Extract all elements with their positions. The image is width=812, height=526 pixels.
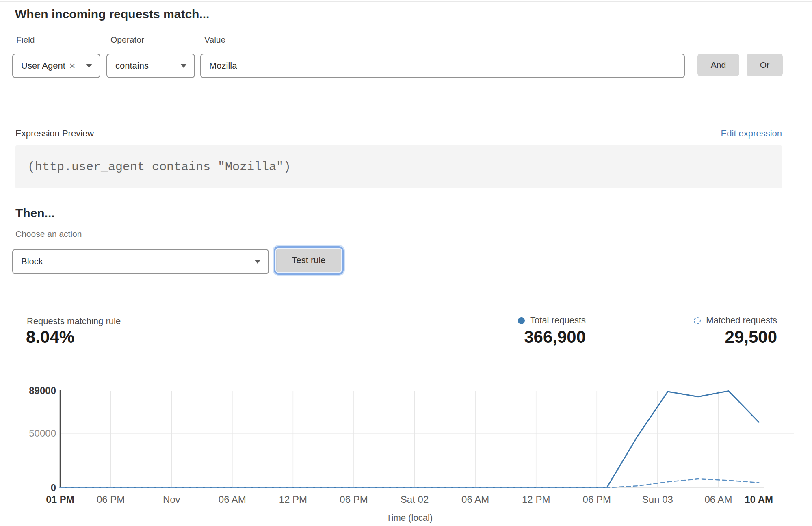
matched-requests-legend: Matched requests (694, 315, 777, 326)
matched-requests-label: Matched requests (706, 315, 777, 326)
clear-field-icon[interactable]: × (69, 61, 75, 71)
chevron-down-icon (254, 260, 261, 264)
y-tick-label: 0 (51, 482, 56, 493)
matched-requests-value: 29,500 (725, 327, 777, 347)
field-select[interactable]: User Agent × (12, 54, 100, 78)
operator-select[interactable]: contains (106, 54, 195, 78)
x-tick-label: 10 AM (745, 494, 773, 505)
x-tick-label: 06 AM (704, 494, 732, 505)
value-label: Value (204, 35, 225, 45)
total-requests-label: Total requests (530, 315, 586, 326)
x-tick-label: Sun 03 (642, 494, 673, 505)
operator-select-value: contains (115, 61, 149, 71)
field-select-value: User Agent (21, 61, 65, 71)
x-tick-label: 06 AM (219, 494, 246, 505)
x-tick-label: 06 PM (583, 494, 611, 505)
requests-time-series-chart: 8900050000001 PM06 PMNov06 AM12 PM06 PMS… (0, 382, 812, 526)
then-title: Then... (15, 206, 55, 220)
expression-code: (http.user_agent contains "Mozilla") (15, 160, 291, 174)
page-title: When incoming requests match... (15, 7, 209, 21)
chevron-down-icon (180, 64, 187, 68)
top-divider (0, 1, 812, 2)
solid-dot-icon (518, 317, 525, 324)
edit-expression-link[interactable]: Edit expression (721, 128, 782, 139)
value-input-text: Mozilla (209, 61, 237, 71)
total-requests-value: 366,900 (524, 327, 586, 347)
x-tick-label: 06 AM (461, 494, 489, 505)
matching-rule-label: Requests matching rule (27, 316, 121, 327)
x-tick-label: 01 PM (46, 494, 74, 505)
operator-label: Operator (110, 35, 144, 45)
or-button[interactable]: Or (747, 54, 783, 76)
y-tick-label: 50000 (29, 428, 56, 439)
y-tick-label: 89000 (29, 385, 56, 396)
and-button[interactable]: And (697, 54, 739, 76)
test-rule-button[interactable]: Test rule (276, 249, 341, 272)
x-tick-label: Nov (163, 494, 180, 505)
total-requests-line (60, 391, 759, 487)
total-requests-legend: Total requests (518, 315, 586, 326)
x-axis-title: Time (local) (386, 513, 433, 523)
dashed-circle-icon (694, 317, 701, 324)
matched-requests-line (60, 479, 759, 488)
x-tick-label: 12 PM (279, 494, 307, 505)
x-tick-label: Sat 02 (401, 494, 429, 505)
expression-code-block: (http.user_agent contains "Mozilla") (15, 145, 782, 188)
chevron-down-icon (86, 64, 92, 68)
x-tick-label: 06 PM (340, 494, 368, 505)
x-tick-label: 12 PM (522, 494, 550, 505)
firewall-rule-editor: { "rule_builder": { "heading": "When inc… (0, 0, 812, 526)
value-input[interactable]: Mozilla (200, 54, 685, 78)
action-select[interactable]: Block (12, 249, 269, 274)
field-label: Field (16, 35, 35, 45)
x-tick-label: 06 PM (97, 494, 125, 505)
expression-preview-label: Expression Preview (15, 128, 94, 139)
action-select-value: Block (21, 256, 43, 267)
choose-action-label: Choose an action (15, 229, 82, 239)
matching-rule-value: 8.04% (26, 327, 74, 347)
